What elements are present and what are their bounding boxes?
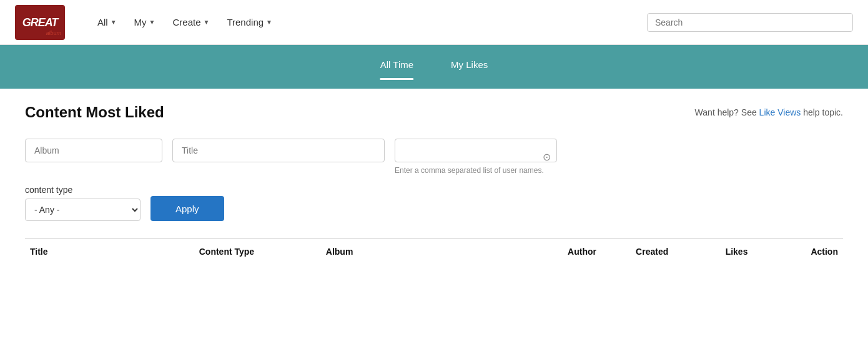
nav-my-label: My (134, 17, 147, 27)
nav-my[interactable]: My ▼ (127, 12, 163, 32)
logo-main-text: GREAT (22, 17, 58, 28)
nav-all-chevron: ▼ (111, 19, 117, 26)
logo-sub-text: album (46, 30, 61, 36)
help-text: Want help? See Like Views help topic. (695, 107, 843, 117)
tabs-bar: All Time My Likes (0, 45, 868, 89)
tab-all-time[interactable]: All Time (380, 59, 413, 75)
nav-create-chevron: ▼ (204, 19, 210, 26)
logo[interactable]: GREAT album (15, 5, 65, 40)
title-input[interactable] (172, 139, 385, 162)
content-type-label: content type (25, 185, 141, 195)
col-title: Title (25, 247, 199, 257)
content-type-row: content type - Any - Apply (25, 185, 843, 221)
nav-all-label: All (97, 17, 108, 27)
table-header: Title Content Type Album Author Created … (25, 238, 843, 264)
tab-all-time-label: All Time (380, 59, 413, 70)
tab-my-likes[interactable]: My Likes (451, 59, 488, 75)
apply-button[interactable]: Apply (150, 196, 224, 221)
content-type-wrap: content type - Any - (25, 185, 141, 221)
help-suffix: help topic. (803, 107, 843, 117)
nav-all[interactable]: All ▼ (90, 12, 124, 32)
album-input[interactable] (25, 139, 162, 162)
users-search-icon: ⊙ (543, 151, 551, 163)
nav-trending-chevron: ▼ (266, 19, 272, 26)
users-hint: Enter a comma separated list of user nam… (395, 166, 557, 175)
col-album: Album (326, 247, 495, 257)
search-input[interactable] (655, 17, 845, 27)
users-field-wrap: ⊙ Enter a comma separated list of user n… (395, 139, 557, 175)
content-type-select[interactable]: - Any - (25, 199, 141, 221)
help-prefix: Want help? See (695, 107, 759, 117)
header: GREAT album All ▼ My ▼ Create ▼ Trending… (0, 0, 868, 45)
main-content: Content Most Liked Want help? See Like V… (0, 89, 868, 279)
users-input[interactable] (395, 139, 557, 162)
col-action: Action (771, 247, 843, 257)
tab-my-likes-label: My Likes (451, 59, 488, 70)
search-box[interactable] (647, 13, 853, 32)
nav-trending-label: Trending (227, 17, 264, 27)
col-likes: Likes (703, 247, 770, 257)
col-author: Author (495, 247, 601, 257)
help-link[interactable]: Like Views (759, 107, 801, 117)
col-content-type: Content Type (199, 247, 326, 257)
filters-row: ⊙ Enter a comma separated list of user n… (25, 139, 843, 175)
page-header: Content Most Liked Want help? See Like V… (25, 104, 843, 121)
page-title: Content Most Liked (25, 104, 164, 121)
col-created: Created (601, 247, 703, 257)
nav-create[interactable]: Create ▼ (165, 12, 217, 32)
nav-create-label: Create (172, 17, 200, 27)
nav-my-chevron: ▼ (149, 19, 155, 26)
nav-trending[interactable]: Trending ▼ (219, 12, 280, 32)
main-nav: All ▼ My ▼ Create ▼ Trending ▼ (90, 12, 647, 32)
